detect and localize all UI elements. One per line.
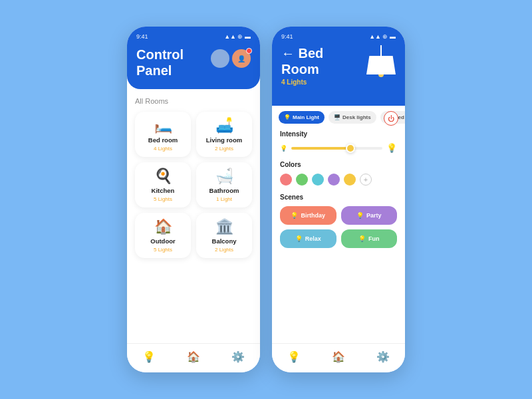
scene-birthday[interactable]: 💡 Birthday [280, 206, 336, 225]
phone-1: 9:41 ▲▲ ⊕ ▬ ControlPanel 👤 All Rooms 🛏️ … [127, 27, 260, 372]
phone-2: 9:41 ▲▲ ⊕ ▬ ← BedRoom 4 Lights 💡 Main Li… [272, 27, 405, 372]
p1-header: 9:41 ▲▲ ⊕ ▬ ControlPanel 👤 [127, 27, 260, 89]
scenes-grid: 💡 Birthday 💡 Party 💡 Relax 💡 Fun [280, 206, 397, 248]
p1-avatars: 👤 [211, 49, 251, 68]
tab-desk-lights[interactable]: 🖥️ Desk lights [329, 111, 376, 124]
tab-desk-lights-label: Desk lights [342, 114, 371, 120]
p2-time: 9:41 [281, 33, 293, 40]
scene-relax[interactable]: 💡 Relax [280, 229, 336, 248]
tab-desk-lights-icon: 🖥️ [334, 114, 340, 120]
outdoor-lights: 5 Lights [154, 247, 172, 253]
p2-title: ← BedRoom [281, 45, 323, 77]
livingroom-lights: 2 Lights [215, 146, 233, 152]
phones-container: 9:41 ▲▲ ⊕ ▬ ControlPanel 👤 All Rooms 🛏️ … [127, 27, 405, 372]
p2-nav-home-icon[interactable]: 🏠 [332, 350, 345, 363]
p2-content: Intensity 💡 💡 Colors + Scenes 💡 [272, 124, 405, 343]
intensity-high-icon: 💡 [386, 143, 397, 153]
p1-title-row: ControlPanel 👤 [136, 47, 251, 78]
room-card-balcony[interactable]: 🏛️ Balcony 2 Lights [196, 213, 252, 258]
slider-thumb[interactable] [346, 144, 355, 153]
tab-main-light-label: Main Light [293, 114, 319, 120]
p1-signal-wifi-battery: ▲▲ ⊕ ▬ [224, 33, 251, 40]
colors-row: + [280, 174, 397, 186]
p2-subtitle: 4 Lights [281, 78, 396, 86]
livingroom-name: Living room [206, 136, 242, 144]
scene-fun-label: Fun [368, 235, 380, 242]
intensity-slider[interactable] [291, 147, 382, 150]
livingroom-icon: 🛋️ [215, 118, 233, 133]
nav-lights-icon[interactable]: 💡 [142, 350, 156, 363]
p2-nav-lights-icon[interactable]: 💡 [287, 350, 301, 363]
color-teal[interactable] [312, 174, 324, 186]
color-purple[interactable] [328, 174, 340, 186]
scene-relax-label: Relax [305, 235, 321, 242]
room-card-outdoor[interactable]: 🏠 Outdoor 5 Lights [135, 213, 191, 258]
p2-signal-wifi-battery: ▲▲ ⊕ ▬ [369, 33, 396, 40]
bathroom-lights: 1 Light [216, 196, 232, 202]
nav-home-icon[interactable]: 🏠 [187, 350, 200, 363]
bathroom-icon: 🛁 [215, 169, 233, 184]
room-card-bathroom[interactable]: 🛁 Bathroom 1 Light [196, 162, 252, 207]
outdoor-icon: 🏠 [154, 219, 172, 234]
kitchen-lights: 5 Lights [154, 196, 172, 202]
balcony-icon: 🏛️ [215, 219, 233, 234]
scene-party-icon: 💡 [356, 212, 364, 219]
p2-nav-settings-icon[interactable]: ⚙️ [376, 350, 390, 363]
p1-bottom-nav: 💡 🏠 ⚙️ [127, 343, 260, 372]
outdoor-name: Outdoor [150, 237, 175, 245]
p2-bottom-nav: 💡 🏠 ⚙️ [272, 343, 405, 372]
p2-status-bar: 9:41 ▲▲ ⊕ ▬ [281, 33, 396, 40]
p2-header: 9:41 ▲▲ ⊕ ▬ ← BedRoom 4 Lights [272, 27, 405, 106]
bedroom-lights: 4 Lights [154, 146, 172, 152]
scene-relax-icon: 💡 [295, 235, 303, 242]
tab-main-light-icon: 💡 [284, 114, 291, 120]
lamp-shade [366, 56, 396, 74]
p1-time: 9:41 [136, 33, 148, 40]
avatar-user[interactable]: 👤 [232, 49, 251, 68]
bathroom-name: Bathroom [209, 187, 239, 194]
scene-fun-icon: 💡 [358, 235, 366, 242]
tab-main-light[interactable]: 💡 Main Light [279, 111, 325, 124]
intensity-row: 💡 💡 [280, 143, 397, 153]
p1-content: All Rooms 🛏️ Bed room 4 Lights 🛋️ Living… [127, 89, 260, 343]
room-card-bedroom[interactable]: 🛏️ Bed room 4 Lights [135, 112, 191, 157]
bedroom-name: Bed room [148, 136, 178, 144]
power-button[interactable]: ⏻ [384, 111, 398, 126]
lamp-illustration [366, 45, 396, 77]
all-rooms-label: All Rooms [135, 97, 252, 105]
kitchen-name: Kitchen [152, 187, 175, 194]
rooms-grid: 🛏️ Bed room 4 Lights 🛋️ Living room 2 Li… [135, 112, 252, 258]
scene-birthday-icon: 💡 [291, 212, 298, 219]
bedroom-icon: 🛏️ [154, 118, 172, 133]
balcony-lights: 2 Lights [215, 247, 233, 253]
p1-title: ControlPanel [136, 47, 184, 78]
p2-tabs-wrapper: 💡 Main Light 🖥️ Desk lights 🛏️ Bed ⏻ [272, 106, 405, 124]
room-card-livingroom[interactable]: 🛋️ Living room 2 Lights [196, 112, 252, 157]
scene-fun[interactable]: 💡 Fun [341, 229, 398, 248]
p1-status-bar: 9:41 ▲▲ ⊕ ▬ [136, 33, 251, 40]
lamp-cord [380, 45, 382, 56]
room-card-kitchen[interactable]: 🍳 Kitchen 5 Lights [135, 162, 191, 207]
color-red[interactable] [280, 174, 292, 186]
kitchen-icon: 🍳 [154, 169, 172, 184]
scenes-label: Scenes [280, 194, 397, 201]
nav-settings-icon[interactable]: ⚙️ [231, 350, 245, 363]
avatar-placeholder [211, 49, 229, 68]
scene-birthday-label: Birthday [301, 212, 325, 219]
scene-party-label: Party [366, 212, 382, 219]
scene-party[interactable]: 💡 Party [341, 206, 398, 225]
color-yellow[interactable] [344, 174, 356, 186]
balcony-name: Balcony [212, 237, 237, 245]
color-add-button[interactable]: + [360, 174, 372, 186]
intensity-low-icon: 💡 [280, 145, 287, 152]
colors-label: Colors [280, 161, 397, 168]
intensity-label: Intensity [280, 130, 397, 138]
color-green[interactable] [296, 174, 308, 186]
